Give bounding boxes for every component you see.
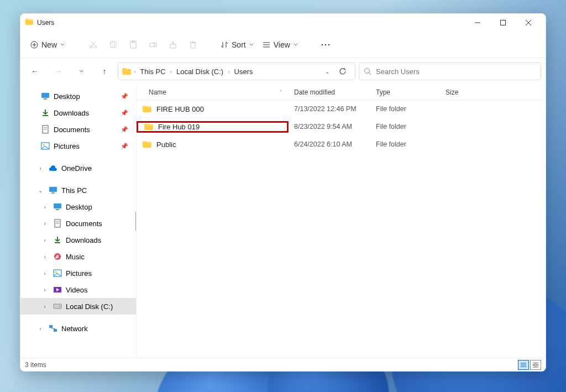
sidebar-item-network[interactable]: › Network: [20, 320, 136, 337]
svg-rect-18: [191, 43, 195, 48]
details-view-button[interactable]: [518, 360, 529, 370]
sidebar-item-label: Pictures: [54, 142, 80, 150]
sidebar-item-label: Documents: [54, 126, 90, 134]
minimize-button[interactable]: [465, 14, 490, 32]
sidebar-item-label: Pictures: [66, 269, 92, 278]
chevron-right-icon[interactable]: ›: [40, 304, 49, 310]
sidebar-item-label: Desktop: [54, 92, 80, 101]
sidebar-item-label: Desktop: [66, 203, 92, 211]
sidebar-item-label: Downloads: [66, 236, 101, 244]
status-text: 3 items: [25, 361, 46, 369]
view-button[interactable]: View: [258, 37, 302, 53]
svg-line-9: [92, 41, 96, 46]
sidebar-item-videos[interactable]: ›Videos: [20, 281, 136, 298]
plus-circle-icon: [30, 41, 38, 49]
delete-button[interactable]: [183, 35, 203, 55]
share-button[interactable]: [163, 35, 183, 55]
thumbnails-view-button[interactable]: [530, 360, 541, 370]
chevron-down-icon: [79, 69, 83, 74]
sidebar-item-documents[interactable]: ›Documents: [20, 215, 136, 232]
svg-point-36: [43, 144, 45, 146]
column-size[interactable]: Size: [440, 85, 484, 100]
up-button[interactable]: ↑: [95, 61, 114, 81]
navigation-pane: Desktop📌Downloads📌Documents📌Pictures📌 › …: [20, 85, 137, 358]
chevron-right-icon[interactable]: ›: [40, 204, 49, 210]
sidebar-item-downloads[interactable]: Downloads📌: [20, 104, 136, 121]
sidebar-item-label: This PC: [61, 186, 87, 195]
chevron-right-icon[interactable]: ›: [40, 254, 49, 260]
sidebar-item-thispc[interactable]: ⌄ This PC: [20, 182, 136, 198]
chevron-right-icon[interactable]: ›: [40, 221, 49, 227]
chevron-right-icon[interactable]: ›: [36, 165, 45, 171]
pin-icon: 📌: [120, 93, 134, 100]
sidebar-item-label: Local Disk (C:): [66, 302, 113, 311]
svg-rect-29: [41, 93, 49, 98]
folder-icon: [144, 123, 154, 130]
sidebar-item-documents[interactable]: Documents📌: [20, 121, 136, 138]
search-box[interactable]: [359, 62, 541, 80]
breadcrumb-thispc[interactable]: This PC: [138, 66, 167, 77]
chevron-right-icon[interactable]: ›: [40, 237, 49, 243]
file-type: File folder: [370, 105, 440, 113]
svg-rect-59: [536, 362, 538, 364]
chevron-down-icon: [294, 43, 298, 47]
sidebar-item-pictures[interactable]: Pictures📌: [20, 138, 136, 154]
network-icon: [48, 325, 58, 332]
sidebar-item-label: Documents: [66, 219, 102, 228]
folder-row[interactable]: Fire Hub 0198/23/2022 9:54 AMFile folder: [137, 118, 546, 135]
close-button[interactable]: [516, 14, 541, 32]
breadcrumb-localdisk[interactable]: Local Disk (C:): [174, 66, 226, 77]
cut-button[interactable]: [83, 35, 103, 55]
chevron-down-icon[interactable]: ⌄: [36, 187, 45, 194]
column-label: Date modified: [294, 88, 335, 96]
refresh-button[interactable]: [334, 67, 352, 75]
breadcrumb-users[interactable]: Users: [232, 66, 255, 77]
view-label: View: [274, 40, 290, 49]
column-label: Name: [149, 88, 166, 96]
svg-rect-1: [501, 20, 506, 25]
copy-icon: [109, 40, 118, 49]
sidebar-item-desktop[interactable]: Desktop📌: [20, 88, 136, 104]
column-headers: Name˄ Date modified Type Size: [137, 85, 546, 100]
svg-rect-58: [533, 362, 535, 364]
sort-label: Sort: [232, 40, 246, 49]
folder-row[interactable]: Public6/24/2022 6:10 AMFile folder: [137, 135, 546, 153]
address-bar[interactable]: › This PC › Local Disk (C:) › Users ⌄: [118, 62, 355, 80]
search-input[interactable]: [376, 67, 536, 76]
date-modified: 8/23/2022 9:54 AM: [289, 123, 370, 130]
chevron-right-icon[interactable]: ›: [40, 287, 49, 293]
forward-button[interactable]: →: [48, 61, 68, 81]
new-button[interactable]: New: [25, 37, 70, 53]
back-button[interactable]: ←: [25, 61, 45, 81]
column-label: Size: [446, 88, 458, 96]
more-button[interactable]: [316, 35, 336, 55]
recent-button[interactable]: [71, 61, 91, 81]
column-date[interactable]: Date modified: [289, 85, 370, 100]
paste-button[interactable]: [123, 35, 143, 55]
sidebar-item-music[interactable]: ›Music: [20, 248, 136, 265]
folder-row[interactable]: FIRE HUB 0007/13/2022 12:46 PMFile folde…: [137, 100, 546, 118]
maximize-button[interactable]: [490, 14, 516, 32]
column-type[interactable]: Type: [370, 85, 440, 100]
sidebar-item-local-disk-c-[interactable]: ›Local Disk (C:): [20, 298, 136, 315]
sidebar-item-desktop[interactable]: ›Desktop: [20, 198, 136, 215]
pane-resizer[interactable]: [134, 85, 137, 358]
titlebar: Users: [20, 14, 546, 32]
copy-button[interactable]: [103, 35, 123, 55]
sidebar-item-label: Videos: [66, 286, 88, 294]
sidebar-item-pictures[interactable]: ›Pictures: [20, 265, 136, 281]
svg-rect-39: [54, 203, 61, 208]
sidebar-item-label: OneDrive: [61, 164, 92, 173]
chevron-right-icon[interactable]: ›: [40, 270, 49, 276]
chevron-right-icon[interactable]: ›: [36, 326, 45, 332]
sort-button[interactable]: Sort: [216, 37, 258, 53]
rename-button[interactable]: [143, 35, 163, 55]
sidebar-item-downloads[interactable]: ›Downloads: [20, 232, 136, 248]
pin-icon: 📌: [120, 109, 134, 117]
svg-line-10: [91, 41, 95, 46]
sidebar-item-onedrive[interactable]: › OneDrive: [20, 160, 136, 176]
folder-icon: [142, 105, 152, 113]
local-disk-c--icon: [53, 304, 62, 309]
address-history-button[interactable]: ⌄: [323, 66, 332, 77]
column-name[interactable]: Name˄: [137, 85, 289, 100]
